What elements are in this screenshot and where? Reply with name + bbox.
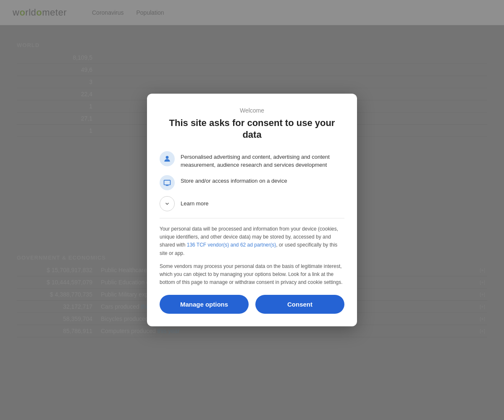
consent-button[interactable]: Consent bbox=[255, 295, 344, 314]
consent-modal: Welcome This site asks for consent to us… bbox=[147, 94, 357, 327]
learn-more-item: Learn more bbox=[160, 196, 344, 211]
chevron-down-icon[interactable] bbox=[160, 196, 175, 211]
svg-rect-1 bbox=[164, 180, 171, 185]
modal-body-text-1: Your personal data will be processed and… bbox=[160, 225, 344, 257]
consent-item-personalised: Personalised advertising and content, ad… bbox=[160, 151, 344, 169]
modal-overlay: Welcome This site asks for consent to us… bbox=[0, 0, 504, 420]
vendors-link[interactable]: 136 TCF vendor(s) and 62 ad partner(s) bbox=[187, 242, 276, 248]
svg-point-0 bbox=[166, 156, 169, 159]
modal-body-text-2: Some vendors may process your personal d… bbox=[160, 262, 344, 287]
consent-item-store: Store and/or access information on a dev… bbox=[160, 175, 344, 190]
manage-options-button[interactable]: Manage options bbox=[160, 295, 249, 314]
modal-welcome: Welcome bbox=[160, 107, 344, 114]
device-icon bbox=[160, 175, 175, 190]
learn-more-label: Learn more bbox=[181, 200, 208, 207]
modal-buttons: Manage options Consent bbox=[160, 295, 344, 314]
person-icon bbox=[160, 151, 175, 166]
consent-text-store: Store and/or access information on a dev… bbox=[181, 175, 287, 185]
modal-title: This site asks for consent to use your d… bbox=[160, 117, 344, 141]
consent-text-personalised: Personalised advertising and content, ad… bbox=[181, 151, 344, 169]
modal-divider bbox=[160, 218, 344, 218]
